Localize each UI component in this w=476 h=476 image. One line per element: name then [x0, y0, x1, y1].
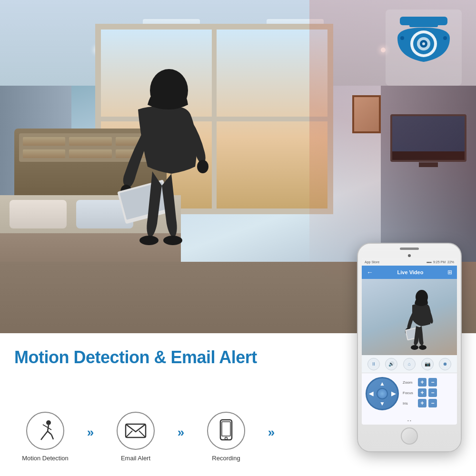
snapshot-button[interactable]: 📷	[421, 358, 434, 370]
iris-plus[interactable]: +	[418, 399, 426, 407]
phone-mockup: App Store ●●●● 9:25 PM 22% ← Live Video …	[357, 243, 462, 452]
phone-outer: App Store ●●●● 9:25 PM 22% ← Live Video …	[357, 243, 462, 452]
phone-home-button[interactable]	[401, 427, 418, 445]
feature-motion-detection: Motion Detection	[14, 412, 76, 462]
zoom-label: Zoom	[403, 380, 416, 385]
expand-button[interactable]: ⊞	[447, 269, 452, 276]
ptz-left[interactable]: ◀	[369, 390, 373, 397]
intruder-figure	[95, 62, 214, 262]
phone-nav-bar: ← Live Video ⊞	[362, 266, 457, 279]
iris-row: Iris + −	[403, 399, 453, 407]
phone-screen: App Store ●●●● 9:25 PM 22% ← Live Video …	[362, 258, 457, 425]
svg-point-18	[46, 420, 51, 425]
svg-point-4	[197, 160, 208, 173]
record-button[interactable]: ⏺	[439, 358, 451, 370]
svg-line-24	[48, 431, 51, 435]
focus-plus[interactable]: +	[418, 388, 426, 397]
svg-point-31	[225, 437, 228, 440]
phone-speaker	[400, 248, 419, 250]
chevron-icon-1: »	[87, 426, 94, 438]
features-row: Motion Detection » Email Alert »	[14, 412, 286, 462]
recording-icon-circle	[207, 412, 245, 450]
svg-rect-30	[222, 422, 230, 436]
tv	[390, 114, 466, 162]
svg-point-8	[163, 236, 182, 245]
zoom-minus[interactable]: −	[428, 378, 437, 387]
iris-minus[interactable]: −	[428, 399, 437, 407]
zoom-row: Zoom + −	[403, 378, 453, 387]
svg-point-37	[419, 345, 426, 350]
feature-recording: Recording	[195, 412, 257, 462]
email-alert-icon-circle	[117, 412, 155, 450]
svg-point-36	[411, 345, 418, 350]
svg-line-22	[44, 431, 48, 436]
svg-line-25	[51, 435, 53, 439]
volume-button[interactable]: 🔊	[385, 358, 397, 370]
arrow-2: »	[167, 413, 195, 451]
nav-title: Live Video	[397, 269, 424, 275]
svg-point-16	[400, 36, 404, 40]
ptz-right[interactable]: ▶	[391, 390, 396, 397]
motion-detection-label: Motion Detection	[22, 455, 69, 462]
chevron-icon-2: »	[178, 426, 184, 438]
feature-email-alert: Email Alert	[105, 412, 167, 462]
ptz-center	[377, 388, 388, 399]
phone-camera-dot	[408, 254, 411, 257]
ptz-up[interactable]: ▲	[379, 380, 385, 387]
svg-line-23	[41, 436, 44, 440]
ptz-dial[interactable]: ▲ ▼ ◀ ▶	[366, 377, 399, 410]
phone-ptz-area: ▲ ▼ ◀ ▶ Zoom + − Focus + −	[362, 373, 457, 414]
ptz-down[interactable]: ▼	[379, 400, 385, 407]
home-button-small[interactable]: ⌂	[403, 358, 416, 370]
status-right: ●●●● 9:25 PM 22%	[426, 260, 454, 264]
security-camera-icon	[386, 10, 462, 86]
svg-point-17	[443, 36, 447, 40]
iris-label: Iris	[403, 401, 416, 406]
ceiling-spot-4	[381, 48, 386, 52]
arrow-1: »	[76, 413, 105, 451]
focus-row: Focus + −	[403, 388, 453, 397]
app-store-label: App Store	[365, 260, 379, 264]
svg-line-28	[139, 431, 146, 437]
phone-video-feed	[362, 279, 457, 355]
motion-detection-icon-circle	[26, 412, 64, 450]
page-dots: • •	[362, 414, 457, 425]
phone-controls-bar: ⏸ 🔊 ⌂ 📷 ⏺	[362, 355, 457, 373]
picture-frame	[352, 95, 381, 133]
back-button[interactable]: ←	[367, 268, 373, 276]
svg-point-15	[422, 42, 425, 45]
svg-line-27	[126, 431, 132, 437]
pause-button[interactable]: ⏸	[367, 358, 380, 370]
headline: Motion Detection & Email Alert	[14, 347, 257, 367]
zoom-plus[interactable]: +	[418, 378, 426, 387]
recording-label: Recording	[212, 455, 240, 462]
phone-status-bar: App Store ●●●● 9:25 PM 22%	[362, 258, 457, 266]
svg-rect-10	[409, 21, 438, 27]
zoom-focus-iris-controls: Zoom + − Focus + − Iris + −	[403, 378, 453, 409]
focus-minus[interactable]: −	[428, 388, 437, 397]
arrow-3: »	[257, 413, 286, 451]
focus-label: Focus	[403, 391, 416, 395]
svg-point-7	[139, 236, 159, 245]
email-alert-label: Email Alert	[121, 455, 150, 462]
svg-line-20	[43, 425, 48, 427]
chevron-icon-3: »	[268, 426, 275, 438]
